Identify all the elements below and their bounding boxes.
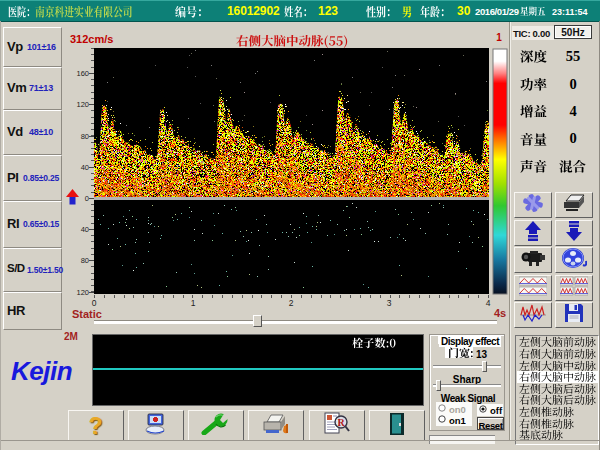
svg-text:R: R [337, 417, 345, 428]
